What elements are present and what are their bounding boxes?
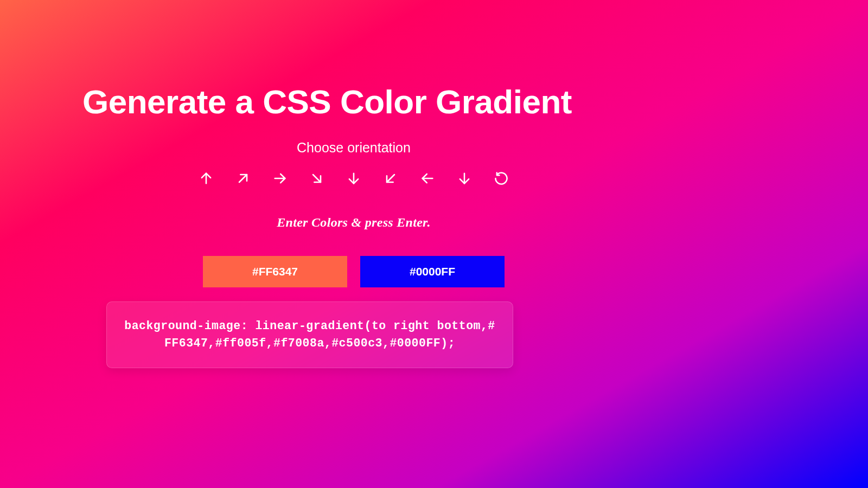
color-input-b[interactable] bbox=[360, 256, 505, 287]
orientation-up[interactable] bbox=[198, 171, 214, 187]
svg-line-3 bbox=[313, 175, 321, 182]
orientation-down-left[interactable] bbox=[382, 171, 399, 187]
arrow-down-right-icon bbox=[309, 171, 324, 188]
arrow-down-icon bbox=[346, 171, 361, 188]
color-input-a[interactable] bbox=[203, 256, 347, 287]
arrow-down-left-icon bbox=[383, 171, 398, 188]
orientation-down-2[interactable] bbox=[456, 171, 473, 187]
orientation-radial[interactable] bbox=[493, 171, 509, 187]
orientation-up-right[interactable] bbox=[235, 171, 251, 187]
svg-line-1 bbox=[239, 175, 247, 182]
arrow-down-icon-2 bbox=[457, 171, 472, 188]
arrow-up-right-icon bbox=[235, 171, 251, 188]
orientation-down-right[interactable] bbox=[309, 171, 325, 187]
svg-line-5 bbox=[387, 175, 394, 182]
orientation-row bbox=[82, 171, 625, 187]
orientation-down[interactable] bbox=[346, 171, 362, 187]
page-title: Generate a CSS Color Gradient bbox=[82, 84, 621, 119]
orientation-right[interactable] bbox=[272, 171, 288, 187]
enter-colors-label: Enter Colors & press Enter. bbox=[82, 215, 625, 230]
orientation-label: Choose orientation bbox=[82, 140, 625, 156]
css-output[interactable]: background-image: linear-gradient(to rig… bbox=[106, 301, 513, 368]
arrow-right-icon bbox=[272, 171, 288, 188]
orientation-left[interactable] bbox=[419, 171, 436, 187]
rotate-icon bbox=[494, 171, 509, 188]
arrow-up-icon bbox=[199, 171, 214, 188]
color-inputs-row bbox=[82, 256, 625, 287]
arrow-left-icon bbox=[420, 171, 435, 188]
